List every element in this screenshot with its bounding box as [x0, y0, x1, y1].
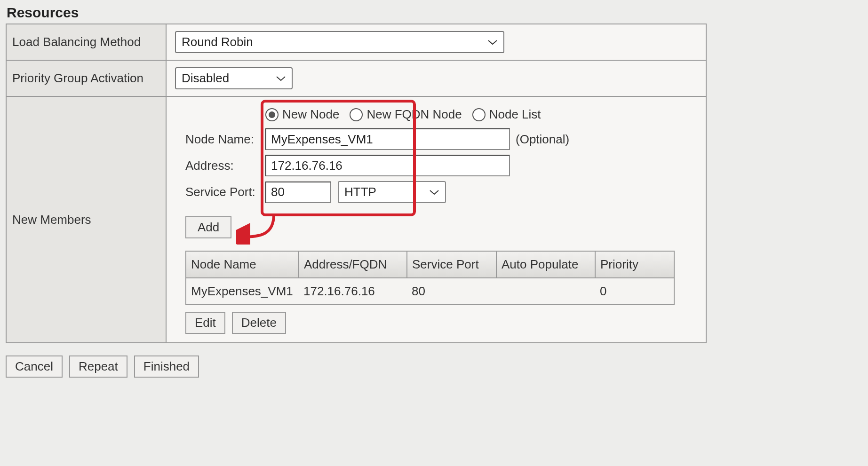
radio-new-node[interactable]: New Node: [265, 107, 339, 122]
chevron-down-icon: [487, 39, 498, 46]
service-port-proto-select[interactable]: HTTP: [338, 181, 446, 203]
delete-button-label: Delete: [241, 316, 277, 330]
node-name-optional: (Optional): [516, 132, 569, 147]
radio-dot-icon: [472, 108, 486, 121]
radio-new-fqdn-node[interactable]: New FQDN Node: [350, 107, 462, 122]
pga-value: Disabled: [182, 71, 229, 86]
radio-new-node-label: New Node: [282, 107, 339, 122]
col-service-port: Service Port: [407, 251, 496, 278]
node-name-input[interactable]: [265, 128, 510, 150]
chevron-down-icon: [429, 189, 439, 196]
lb-method-label: Load Balancing Method: [6, 24, 166, 60]
service-port-input[interactable]: [265, 182, 331, 203]
col-node-name: Node Name: [186, 251, 299, 278]
new-members-area: New Node New FQDN Node Node List: [185, 107, 697, 334]
node-name-label: Node Name:: [185, 132, 265, 147]
node-type-radios: New Node New FQDN Node Node List: [265, 107, 697, 122]
col-address: Address/FQDN: [299, 251, 407, 278]
repeat-button[interactable]: Repeat: [69, 355, 127, 378]
add-button-label: Add: [198, 220, 219, 235]
resources-table: Load Balancing Method Round Robin Priori…: [6, 24, 707, 343]
radio-node-list[interactable]: Node List: [472, 107, 541, 122]
finished-button-label: Finished: [143, 359, 190, 374]
new-members-label: New Members: [6, 96, 166, 343]
radio-node-list-label: Node List: [489, 107, 541, 122]
add-button[interactable]: Add: [185, 216, 231, 238]
radio-new-fqdn-label: New FQDN Node: [366, 107, 462, 122]
delete-button[interactable]: Delete: [232, 312, 286, 334]
edit-button-label: Edit: [195, 316, 216, 330]
finished-button[interactable]: Finished: [134, 355, 199, 378]
cell-auto: [496, 278, 595, 305]
members-table: Node Name Address/FQDN Service Port Auto…: [185, 251, 675, 305]
col-priority: Priority: [595, 251, 674, 278]
pga-select[interactable]: Disabled: [175, 67, 293, 89]
address-label: Address:: [185, 158, 265, 173]
service-port-label: Service Port:: [185, 185, 265, 199]
lb-method-select[interactable]: Round Robin: [175, 31, 504, 53]
cancel-button-label: Cancel: [15, 359, 53, 374]
cancel-button[interactable]: Cancel: [6, 355, 63, 378]
pga-label: Priority Group Activation: [6, 60, 166, 96]
col-auto-populate: Auto Populate: [496, 251, 595, 278]
cell-node-name: MyExpenses_VM1: [186, 278, 299, 305]
table-row[interactable]: MyExpenses_VM1 172.16.76.16 80 0: [186, 278, 674, 305]
lb-method-value: Round Robin: [182, 35, 253, 49]
cell-priority: 0: [595, 278, 674, 305]
address-input[interactable]: [265, 155, 510, 176]
chevron-down-icon: [276, 75, 286, 82]
section-title: Resources: [6, 0, 862, 24]
radio-dot-icon: [265, 108, 279, 121]
repeat-button-label: Repeat: [79, 359, 118, 374]
radio-dot-icon: [350, 108, 363, 121]
edit-button[interactable]: Edit: [185, 312, 225, 334]
cell-address: 172.16.76.16: [299, 278, 407, 305]
service-port-proto-value: HTTP: [344, 185, 376, 199]
footer-buttons: Cancel Repeat Finished: [6, 355, 862, 378]
cell-port: 80: [407, 278, 496, 305]
